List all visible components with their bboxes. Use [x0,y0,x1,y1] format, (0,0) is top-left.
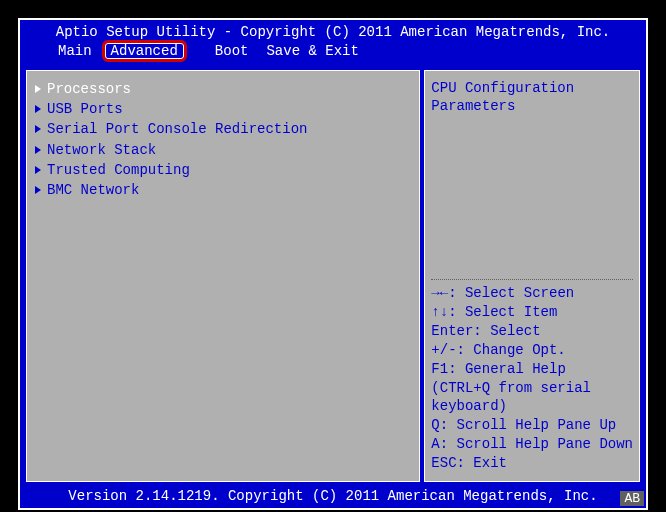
hint-general-help: F1: General Help [431,360,633,379]
hint-enter: Enter: Select [431,322,633,341]
hint-exit: ESC: Exit [431,454,633,473]
key-hints: →←: Select Screen ↑↓: Select Item Enter:… [431,279,633,473]
tab-hidden[interactable] [189,42,205,60]
ab-badge: AB [620,491,644,506]
menu-bmc-network[interactable]: BMC Network [33,180,413,200]
help-line: Parameters [431,97,633,115]
help-text: CPU Configuration Parameters [431,79,633,115]
footer-version: Version 2.14.1219. Copyright (C) 2011 Am… [20,488,646,504]
menu-processors[interactable]: Processors [33,79,413,99]
menu-item-label: USB Ports [47,100,123,118]
menu-panel: Processors USB Ports Serial Port Console… [26,70,420,482]
menu-item-label: BMC Network [47,181,139,199]
menu-item-label: Network Stack [47,141,156,159]
tab-save-exit[interactable]: Save & Exit [258,42,366,60]
submenu-arrow-icon [35,125,41,133]
hint-scroll-down: A: Scroll Help Pane Down [431,435,633,454]
menu-item-label: Serial Port Console Redirection [47,120,307,138]
menu-usb-ports[interactable]: USB Ports [33,99,413,119]
help-panel: CPU Configuration Parameters →←: Select … [424,70,640,482]
submenu-arrow-icon [35,146,41,154]
submenu-arrow-icon [35,105,41,113]
hint-scroll-up: Q: Scroll Help Pane Up [431,416,633,435]
menu-trusted-computing[interactable]: Trusted Computing [33,160,413,180]
content-area: Processors USB Ports Serial Port Console… [26,70,640,482]
menu-item-label: Trusted Computing [47,161,190,179]
spacer [431,115,633,275]
tab-main[interactable]: Main [50,42,100,60]
bios-window: Aptio Setup Utility - Copyright (C) 2011… [18,18,648,510]
submenu-arrow-icon [35,85,41,93]
tab-bar: Main Advanced Boot Save & Exit [20,40,646,64]
menu-item-label: Processors [47,80,131,98]
header-title: Aptio Setup Utility - Copyright (C) 2011… [20,20,646,40]
hint-change-opt: +/-: Change Opt. [431,341,633,360]
hint-ctrl-q: (CTRL+Q from serial keyboard) [431,379,633,417]
submenu-arrow-icon [35,186,41,194]
submenu-arrow-icon [35,166,41,174]
hint-select-screen: →←: Select Screen [431,284,633,303]
help-line: CPU Configuration [431,79,633,97]
menu-network-stack[interactable]: Network Stack [33,140,413,160]
tab-advanced[interactable]: Advanced [102,40,187,62]
hint-select-item: ↑↓: Select Item [431,303,633,322]
menu-serial-port[interactable]: Serial Port Console Redirection [33,119,413,139]
tab-boot[interactable]: Boot [207,42,257,60]
